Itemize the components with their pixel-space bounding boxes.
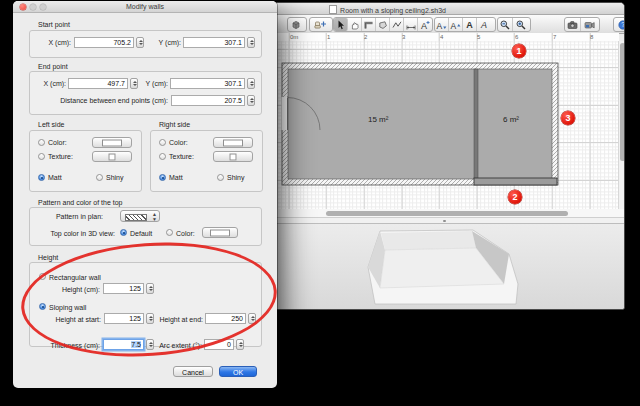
decrease-text-size-button[interactable]: A — [435, 18, 449, 31]
increase-text-size-button[interactable]: A — [449, 18, 463, 31]
right-texture-button[interactable] — [213, 151, 253, 162]
distance-field[interactable]: 207.5 — [171, 95, 245, 106]
zoom-in-button[interactable] — [513, 18, 528, 31]
start-x-field[interactable]: 705.2 — [74, 37, 134, 48]
dialog-titlebar[interactable]: Modify walls — [13, 1, 277, 13]
right-texture-radio[interactable] — [159, 153, 166, 160]
end-x-field[interactable]: 497.7 — [68, 78, 128, 89]
height-end-field[interactable]: 250 — [205, 313, 246, 324]
end-x-stepper[interactable] — [130, 78, 138, 89]
zoom-in-icon — [516, 20, 526, 30]
top-color-swatch-button[interactable] — [202, 227, 238, 238]
end-y-stepper[interactable] — [247, 78, 255, 89]
top-color-radio[interactable] — [166, 229, 173, 236]
cube-icon — [291, 20, 301, 30]
select-tool-button[interactable] — [334, 18, 348, 31]
thickness-field[interactable]: 7.5 — [103, 339, 144, 350]
right-matt-radio[interactable] — [159, 174, 166, 181]
create-dimensions-tool-button[interactable] — [404, 18, 418, 31]
sloping-wall-radio[interactable] — [39, 303, 46, 310]
height-end-stepper[interactable] — [248, 313, 256, 324]
room-polygon-icon — [378, 20, 388, 30]
bold-button[interactable]: A — [463, 18, 477, 31]
height-start-stepper[interactable] — [146, 313, 154, 324]
create-video-button[interactable] — [581, 18, 597, 31]
add-furniture-button[interactable] — [310, 18, 330, 31]
dialog-title: Modify walls — [13, 3, 277, 10]
height-field[interactable]: 125 — [103, 283, 144, 294]
ok-button[interactable]: OK — [219, 366, 257, 377]
add-text-icon: A — [420, 20, 430, 30]
increase-text-size-icon: A — [450, 20, 461, 30]
room-interior[interactable] — [288, 69, 552, 179]
left-texture-label: Texture: — [48, 153, 73, 161]
left-texture-button[interactable] — [92, 151, 132, 162]
ruler-tick: 2 — [364, 34, 367, 40]
thickness-label: Thickness (cm): — [43, 342, 100, 350]
selected-sloping-wall[interactable] — [474, 178, 557, 185]
create-polylines-tool-button[interactable] — [390, 18, 404, 31]
arc-extent-stepper[interactable] — [236, 339, 244, 350]
cancel-button[interactable]: Cancel — [173, 366, 213, 377]
divider-wall[interactable] — [474, 69, 478, 179]
left-color-swatch-button[interactable] — [92, 137, 132, 148]
create-rooms-tool-button[interactable] — [376, 18, 390, 31]
ruler-tick: 7 — [553, 34, 556, 40]
pan-tool-button[interactable] — [348, 18, 362, 31]
start-y-stepper[interactable] — [247, 37, 255, 48]
ruler-tick: 4 — [440, 34, 443, 40]
annotation-badge-3: 3 — [561, 111, 575, 125]
modify-walls-dialog: Modify walls Start point X (cm): 705.2 Y… — [13, 1, 277, 388]
top-default-label: Default — [130, 230, 152, 238]
create-walls-tool-button[interactable] — [362, 18, 376, 31]
left-matt-label: Matt — [48, 174, 62, 182]
zoom-out-button[interactable] — [498, 18, 513, 31]
right-color-swatch-button[interactable] — [213, 137, 253, 148]
left-color-radio[interactable] — [38, 139, 45, 146]
rectangular-wall-radio[interactable] — [39, 273, 46, 280]
start-y-field[interactable]: 307.1 — [183, 37, 245, 48]
zoom-out-icon — [500, 20, 510, 30]
toolbar-group-paste — [287, 17, 307, 32]
left-matt-radio[interactable] — [38, 174, 45, 181]
splitter-handle[interactable] — [443, 220, 446, 222]
ruler-tick: 5 — [477, 34, 480, 40]
height-stepper[interactable] — [146, 283, 154, 294]
left-texture-radio[interactable] — [38, 153, 45, 160]
document-icon — [329, 5, 337, 14]
svg-text:A: A — [437, 20, 443, 30]
annotation-badge-1: 1 — [512, 44, 526, 58]
plan-vertical-scrollbar[interactable] — [618, 41, 625, 209]
left-shiny-radio[interactable] — [96, 174, 103, 181]
add-text-tool-button[interactable]: A — [418, 18, 432, 31]
add-furniture-icon — [314, 20, 326, 30]
distance-stepper[interactable] — [247, 95, 255, 106]
italic-button[interactable]: A — [477, 18, 491, 31]
svg-text:A: A — [421, 20, 427, 30]
height-start-field[interactable]: 125 — [104, 313, 144, 324]
ruler-tick: 3 — [402, 34, 405, 40]
help-button[interactable]: ? — [614, 18, 625, 31]
height-section-label: Height — [38, 254, 58, 262]
top-default-radio[interactable] — [120, 229, 127, 236]
ruler-tick: 0m — [290, 34, 298, 40]
pattern-dropdown[interactable]: ▲▼ — [120, 210, 160, 222]
right-color-radio[interactable] — [159, 139, 166, 146]
end-x-label: X (cm): — [35, 80, 66, 88]
create-photo-button[interactable] — [565, 18, 581, 31]
paste-button[interactable] — [288, 18, 304, 31]
right-shiny-radio[interactable] — [217, 174, 224, 181]
room-area-label-right: 6 m² — [503, 115, 519, 124]
ruler-tick: 1 — [327, 34, 330, 40]
end-y-field[interactable]: 307.1 — [170, 78, 245, 89]
rectangular-wall-label: Rectangular wall — [49, 274, 101, 282]
height-label: Height (cm): — [53, 286, 100, 294]
toolbar-group-furniture — [309, 17, 333, 32]
horizontal-scrollbar-thumb[interactable] — [326, 211, 568, 216]
video-camera-icon — [584, 20, 595, 30]
arc-extent-field[interactable]: 0 — [204, 339, 234, 350]
vertical-scrollbar-thumb[interactable] — [620, 43, 625, 161]
start-x-stepper[interactable] — [136, 37, 144, 48]
ruler-tick: 6 — [515, 34, 518, 40]
height-start-label: Height at start: — [50, 316, 101, 324]
